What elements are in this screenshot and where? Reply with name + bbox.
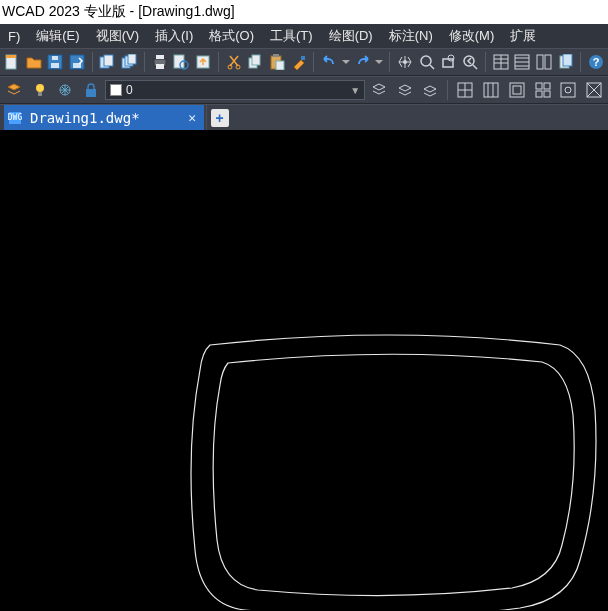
svg-rect-4 <box>52 56 58 60</box>
layer-prev-icon[interactable] <box>393 79 417 101</box>
document-tab-active[interactable]: DWG Drawing1.dwg* ✕ <box>4 105 204 130</box>
svg-rect-13 <box>156 55 164 59</box>
svg-rect-39 <box>537 55 543 69</box>
redo-dropdown-icon[interactable] <box>374 51 384 73</box>
toolbar-layers: 0 ▼ <box>0 76 608 104</box>
document-tabs: DWG Drawing1.dwg* ✕ + <box>0 104 608 130</box>
menu-dimension[interactable]: 标注(N) <box>381 24 441 48</box>
properties-icon[interactable] <box>491 51 511 73</box>
separator <box>313 52 314 72</box>
undo-dropdown-icon[interactable] <box>341 51 351 73</box>
print-icon[interactable] <box>150 51 170 73</box>
svg-point-26 <box>403 60 407 64</box>
separator <box>580 52 581 72</box>
grid1-icon[interactable] <box>453 79 477 101</box>
menu-tools[interactable]: 工具(T) <box>262 24 321 48</box>
menu-file[interactable]: F) <box>0 26 28 47</box>
menu-format[interactable]: 格式(O) <box>201 24 262 48</box>
dropdown-icon: ▼ <box>350 85 360 96</box>
separator <box>389 52 390 72</box>
menu-insert[interactable]: 插入(I) <box>147 24 201 48</box>
design-center-icon[interactable] <box>512 51 532 73</box>
svg-rect-3 <box>51 63 59 68</box>
svg-text:?: ? <box>593 56 600 68</box>
svg-rect-55 <box>510 83 524 97</box>
separator <box>485 52 486 72</box>
zoom-realtime-icon[interactable] <box>417 51 437 73</box>
svg-rect-14 <box>156 64 164 69</box>
svg-rect-23 <box>273 54 279 57</box>
svg-rect-40 <box>545 55 551 69</box>
menu-view[interactable]: 视图(V) <box>88 24 147 48</box>
grid6-icon[interactable] <box>582 79 606 101</box>
document-tab-label: Drawing1.dwg* <box>30 110 140 126</box>
match-icon[interactable] <box>289 51 309 73</box>
separator <box>447 80 448 100</box>
separator <box>92 52 93 72</box>
layer-combo[interactable]: 0 ▼ <box>105 80 365 100</box>
grid3-icon[interactable] <box>505 79 529 101</box>
copy-doc-icon[interactable] <box>98 51 118 73</box>
separator <box>144 52 145 72</box>
svg-rect-25 <box>301 56 305 60</box>
svg-point-29 <box>448 55 454 61</box>
menu-edit[interactable]: 编辑(E) <box>28 24 87 48</box>
print-preview-icon[interactable] <box>171 51 191 73</box>
svg-rect-24 <box>276 61 284 70</box>
layer-freeze-icon[interactable] <box>54 79 78 101</box>
svg-rect-42 <box>563 54 572 66</box>
close-tab-icon[interactable]: ✕ <box>188 110 196 125</box>
new-tab-button[interactable]: + <box>211 109 229 127</box>
cut-icon[interactable] <box>224 51 244 73</box>
menu-modify[interactable]: 修改(M) <box>441 24 503 48</box>
sheet-set-icon[interactable] <box>556 51 576 73</box>
help-icon[interactable]: ? <box>586 51 606 73</box>
tool-palette-icon[interactable] <box>534 51 554 73</box>
layer-color-swatch <box>110 84 122 96</box>
menu-extend[interactable]: 扩展 <box>502 24 544 48</box>
grid5-icon[interactable] <box>556 79 580 101</box>
paste-icon[interactable] <box>267 51 287 73</box>
menu-bar: F) 编辑(E) 视图(V) 插入(I) 格式(O) 工具(T) 绘图(D) 标… <box>0 24 608 48</box>
undo-icon[interactable] <box>319 51 339 73</box>
zoom-window-icon[interactable] <box>439 51 459 73</box>
svg-rect-1 <box>6 55 16 58</box>
svg-rect-56 <box>513 86 521 94</box>
grid4-icon[interactable] <box>531 79 555 101</box>
save-icon[interactable] <box>45 51 65 73</box>
svg-rect-21 <box>252 55 260 65</box>
dwg-file-icon: DWG <box>8 111 22 125</box>
zoom-prev-icon[interactable] <box>460 51 480 73</box>
new-icon[interactable] <box>2 51 22 73</box>
svg-point-45 <box>36 84 44 92</box>
svg-rect-60 <box>544 91 550 97</box>
svg-rect-57 <box>536 83 542 89</box>
svg-point-27 <box>421 56 431 66</box>
copy-docs-icon[interactable] <box>119 51 139 73</box>
title-bar: WCAD 2023 专业版 - [Drawing1.dwg] <box>0 0 608 24</box>
layer-light-icon[interactable] <box>28 79 52 101</box>
copy-icon[interactable] <box>245 51 265 73</box>
open-icon[interactable] <box>24 51 44 73</box>
svg-rect-8 <box>104 55 113 66</box>
grid2-icon[interactable] <box>479 79 503 101</box>
svg-rect-61 <box>561 83 575 97</box>
saveas-icon[interactable] <box>67 51 87 73</box>
redo-icon[interactable] <box>353 51 373 73</box>
layer-name: 0 <box>126 83 133 97</box>
layer-iso-icon[interactable] <box>367 79 391 101</box>
new-tab-area: + <box>206 105 232 130</box>
svg-point-62 <box>565 87 571 93</box>
layer-match-icon[interactable] <box>419 79 443 101</box>
svg-rect-58 <box>544 83 550 89</box>
layer-lock-icon[interactable] <box>79 79 103 101</box>
drawing-canvas[interactable] <box>0 130 608 611</box>
publish-icon[interactable] <box>193 51 213 73</box>
separator <box>218 52 219 72</box>
svg-rect-11 <box>128 54 136 64</box>
menu-draw[interactable]: 绘图(D) <box>321 24 381 48</box>
svg-rect-46 <box>38 92 42 96</box>
layer-manager-icon[interactable] <box>2 79 26 101</box>
toolbar-standard: ? <box>0 48 608 76</box>
pan-icon[interactable] <box>395 51 415 73</box>
